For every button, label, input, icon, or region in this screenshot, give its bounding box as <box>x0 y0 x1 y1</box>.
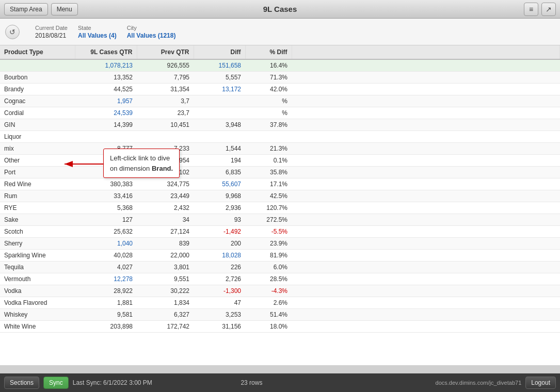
cell-empty <box>292 285 560 297</box>
cell-cases[interactable]: 1,040 <box>75 238 137 250</box>
total-diff[interactable]: 151,658 <box>194 59 245 72</box>
cell-cases: 28,922 <box>75 285 137 297</box>
cell-pct: -4.3% <box>245 285 292 297</box>
cell-cases[interactable]: 12,278 <box>75 273 137 285</box>
cell-empty <box>292 155 560 167</box>
cell-diff[interactable]: 55,607 <box>194 178 245 190</box>
city-value[interactable]: All Values (1218) <box>127 32 176 39</box>
cell-pct: 28.5% <box>245 273 292 285</box>
cell-cases: 40,028 <box>75 250 137 262</box>
cell-pct: 51.4% <box>245 309 292 321</box>
header-left-buttons: Stamp Area Menu <box>4 3 78 15</box>
cell-prev: 23,449 <box>137 190 194 202</box>
cell-pct: 37.8% <box>245 119 292 131</box>
cell-empty <box>292 119 560 131</box>
cell-product: Cognac <box>0 95 75 107</box>
cell-cases: 127 <box>75 214 137 226</box>
menu-button[interactable]: Menu <box>51 3 78 15</box>
cell-pct: 42.0% <box>245 84 292 95</box>
cell-pct: 81.9% <box>245 250 292 262</box>
cell-empty <box>292 250 560 262</box>
cell-product: Whiskey <box>0 309 75 321</box>
cell-pct: 71.3% <box>245 72 292 84</box>
cell-diff: -1,300 <box>194 285 245 297</box>
table-row: Red Wine380,383324,77555,60717.1% <box>0 178 560 190</box>
cell-empty <box>292 321 560 333</box>
cell-product: Bourbon <box>0 72 75 84</box>
cell-pct: 21.3% <box>245 143 292 155</box>
total-row: 1,078,213 926,555 151,658 16.4% <box>0 59 560 72</box>
table-row: Brandy44,52531,35413,17242.0% <box>0 84 560 95</box>
filter-city: City All Values (1218) <box>127 25 176 39</box>
cell-prev: 2,432 <box>137 202 194 214</box>
table-container: Left-click link to dive on dimension Bra… <box>0 45 560 365</box>
cell-prev: 1,834 <box>137 297 194 309</box>
cell-cases[interactable]: 24,539 <box>75 107 137 119</box>
total-empty <box>292 59 560 72</box>
cell-diff: 194 <box>194 155 245 167</box>
cell-pct: 17.1% <box>245 178 292 190</box>
table-row: Whiskey9,5816,3273,25351.4% <box>0 309 560 321</box>
table-row: White Wine203,898172,74231,15618.0% <box>0 321 560 333</box>
cell-pct: 18.0% <box>245 321 292 333</box>
cell-product: Red Wine <box>0 178 75 190</box>
cell-diff: 2,936 <box>194 202 245 214</box>
col-header-diff: Diff <box>194 45 245 59</box>
cell-prev: 31,354 <box>137 84 194 95</box>
table-header: Product Type 9L Cases QTR Prev QTR Diff … <box>0 45 560 59</box>
cell-empty <box>292 214 560 226</box>
header-bar: Stamp Area Menu 9L Cases ≡ ↗ <box>0 0 560 19</box>
cell-empty <box>292 84 560 95</box>
cell-diff: 3,253 <box>194 309 245 321</box>
table-row: Cordial24,53923,7% <box>0 107 560 119</box>
cell-diff: 3,948 <box>194 119 245 131</box>
share-icon-button[interactable]: ↗ <box>541 3 556 16</box>
cell-diff <box>194 131 245 143</box>
cell-empty <box>292 238 560 250</box>
hamburger-icon-button[interactable]: ≡ <box>524 3 538 16</box>
cell-cases <box>75 131 137 143</box>
cell-product: Scotch <box>0 226 75 238</box>
cell-empty <box>292 72 560 84</box>
col-header-product: Product Type <box>0 45 75 59</box>
refresh-button[interactable]: ↺ <box>5 25 20 39</box>
stamp-area-button[interactable]: Stamp Area <box>4 3 48 15</box>
logout-button[interactable]: Logout <box>525 377 556 389</box>
cell-diff[interactable]: 18,028 <box>194 250 245 262</box>
cell-empty <box>292 178 560 190</box>
cell-cases[interactable]: 1,957 <box>75 95 137 107</box>
cell-cases: 5,368 <box>75 202 137 214</box>
city-label: City <box>127 25 176 31</box>
table-row: Tequila4,0273,8012266.0% <box>0 262 560 273</box>
tooltip-line2: on dimension <box>110 165 152 172</box>
cell-empty <box>292 297 560 309</box>
cell-pct: 2.6% <box>245 297 292 309</box>
cell-cases: 14,399 <box>75 119 137 131</box>
tooltip-line1: Left-click link to dive <box>110 154 170 162</box>
sync-button[interactable]: Sync <box>43 377 69 389</box>
table-row: Rum33,41623,4499,96842.5% <box>0 190 560 202</box>
filter-row: ↺ Current Date 2018/08/21 State All Valu… <box>0 19 560 45</box>
cell-diff <box>194 95 245 107</box>
cell-pct: -5.5% <box>245 226 292 238</box>
sections-button[interactable]: Sections <box>4 377 39 389</box>
state-value[interactable]: All Values (4) <box>78 32 117 39</box>
total-cases[interactable]: 1,078,213 <box>75 59 137 72</box>
table-row: GIN14,39910,4513,94837.8% <box>0 119 560 131</box>
table-row: Liquor <box>0 131 560 143</box>
state-label: State <box>78 25 117 31</box>
cell-cases: 1,881 <box>75 297 137 309</box>
cell-cases: 203,898 <box>75 321 137 333</box>
cell-pct: 35.8% <box>245 167 292 178</box>
cell-pct: 42.5% <box>245 190 292 202</box>
tooltip-overlay: Left-click link to dive on dimension Bra… <box>103 149 180 178</box>
cell-product: RYE <box>0 202 75 214</box>
current-date-value[interactable]: 2018/08/21 <box>35 32 68 39</box>
total-prev: 926,555 <box>137 59 194 72</box>
cell-empty <box>292 273 560 285</box>
cell-empty <box>292 309 560 321</box>
cell-diff[interactable]: 13,172 <box>194 84 245 95</box>
cell-diff: 93 <box>194 214 245 226</box>
cell-diff: 5,557 <box>194 72 245 84</box>
cell-product: Vodka Flavored <box>0 297 75 309</box>
